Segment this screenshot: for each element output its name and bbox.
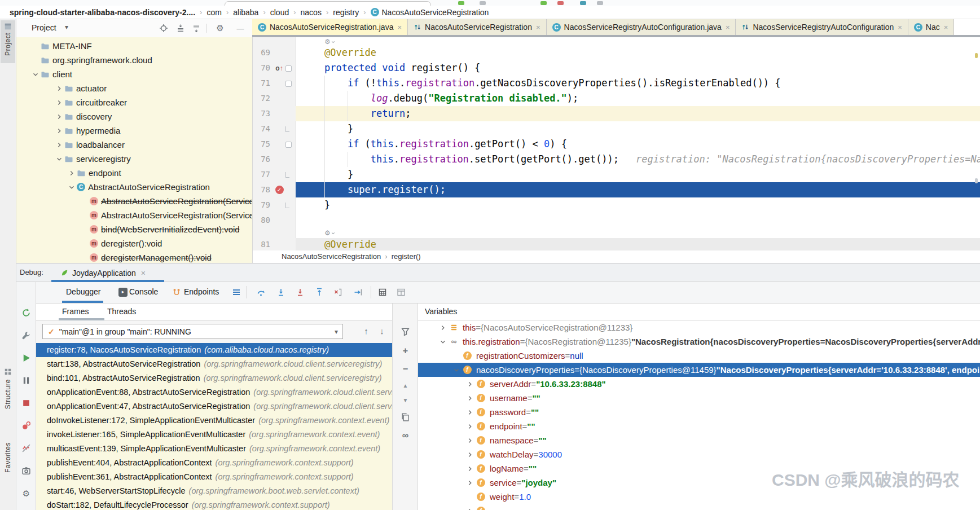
tool-window-button-project[interactable]: Project	[1, 20, 15, 63]
resume-icon[interactable]	[21, 353, 31, 363]
breadcrumb-item[interactable]: registry	[333, 8, 359, 17]
breadcrumb-item[interactable]: com	[206, 8, 221, 17]
force-step-into-icon[interactable]	[296, 288, 305, 297]
variable-row-partial[interactable]: f	[418, 504, 980, 510]
expand-all-icon[interactable]	[176, 24, 185, 33]
settings-icon[interactable]: ⚙	[216, 24, 225, 33]
gutter-marker-slot[interactable]	[274, 106, 284, 121]
chevron-right-icon[interactable]	[465, 422, 475, 431]
gutter-marker-slot[interactable]	[274, 121, 284, 137]
tool-window-button-favorites[interactable]: Favorites	[4, 442, 12, 473]
variable-row-this[interactable]: this = {NacosAutoServiceRegistration@112…	[418, 320, 980, 335]
stack-frame-8[interactable]: publishEvent:404, AbstractApplicationCon…	[36, 456, 392, 470]
chevron-down-icon[interactable]	[451, 366, 462, 375]
gutter-marker-slot[interactable]	[274, 152, 284, 167]
variable-row-this.registration[interactable]: ∞this.registration = {NacosRegistration@…	[418, 335, 980, 349]
line-number[interactable]: 73	[253, 106, 270, 121]
gutter-marker-slot[interactable]: o↑	[274, 60, 284, 76]
stack-frame-10[interactable]: start:46, WebServerStartStopLifecycle(or…	[36, 484, 392, 498]
tree-item-bind-webserverinitializedevent-void[interactable]: mbind(WebServerInitializedEvent):void	[16, 222, 252, 236]
line-number[interactable]: 72	[253, 91, 270, 106]
tree-item-hypermedia[interactable]: hypermedia	[16, 124, 252, 138]
fold-marker[interactable]	[285, 65, 292, 72]
chevron-right-icon[interactable]	[465, 436, 475, 445]
variable-row-endpoint[interactable]: fendpoint = ""	[418, 419, 980, 433]
stack-frame-11[interactable]: doStart:182, DefaultLifecycleProcessor(o…	[36, 498, 392, 510]
stack-frame-5[interactable]: doInvokeListener:172, SimpleApplicationE…	[36, 414, 392, 428]
chevron-down-icon[interactable]	[67, 183, 77, 192]
gutter-marker-slot[interactable]	[274, 213, 284, 228]
breadcrumb-class[interactable]: NacosAutoServiceRegistration	[282, 252, 381, 261]
chevron-right-icon[interactable]	[465, 478, 475, 487]
structure-icon[interactable]	[3, 367, 12, 376]
thread-dump-icon[interactable]	[21, 466, 31, 476]
evaluate-expression-icon[interactable]	[378, 288, 387, 297]
breadcrumb-item[interactable]: cloud	[270, 8, 289, 17]
tree-item-abstractautoserviceregistration-servicereg[interactable]: mAbstractAutoServiceRegistration(Service…	[16, 208, 252, 222]
tree-item-deregistermanagement-void[interactable]: mderegisterManagement():void	[16, 250, 252, 263]
settings-icon[interactable]: ⚙	[21, 489, 31, 498]
tree-item-actuator[interactable]: actuator	[16, 81, 252, 95]
chevron-right-icon[interactable]	[465, 380, 475, 389]
gutter-marker-slot[interactable]	[274, 167, 284, 182]
chevron-down-icon[interactable]	[54, 155, 64, 164]
code-line-73[interactable]: 73 return;	[253, 106, 980, 121]
stack-frame-3[interactable]: onApplicationEvent:88, AbstractAutoServi…	[36, 385, 392, 399]
line-number[interactable]: 69	[253, 45, 270, 60]
breadcrumb-item[interactable]: nacos	[301, 8, 322, 17]
chevron-right-icon[interactable]	[465, 408, 475, 417]
gutter-marker-slot[interactable]	[274, 76, 284, 91]
fold-marker[interactable]	[285, 142, 292, 148]
breadcrumb-method[interactable]: register()	[392, 252, 421, 261]
step-out-icon[interactable]	[315, 288, 324, 297]
project-panel-title[interactable]: Project	[32, 23, 56, 32]
line-number[interactable]: 78	[253, 182, 270, 197]
stack-frame-9[interactable]: publishEvent:361, AbstractApplicationCon…	[36, 470, 392, 484]
hide-icon[interactable]: —	[236, 24, 245, 33]
line-number[interactable]: 80	[253, 213, 270, 228]
fold-marker[interactable]	[285, 203, 289, 208]
variable-row-username[interactable]: fusername = ""	[418, 391, 980, 405]
chevron-right-icon[interactable]	[465, 450, 475, 459]
chevron-down-icon[interactable]: ▾	[65, 23, 68, 31]
line-number[interactable]: 75	[253, 137, 270, 152]
line-number[interactable]: 74	[253, 121, 270, 137]
tree-item-endpoint[interactable]: endpoint	[16, 166, 252, 180]
stack-frame-4[interactable]: onApplicationEvent:47, AbstractAutoServi…	[36, 399, 392, 414]
code-line-79[interactable]: 79 }	[253, 197, 980, 213]
variable-row-weight[interactable]: fweight = 1.0	[418, 490, 980, 504]
variable-row-watchDelay[interactable]: fwatchDelay = 30000	[418, 447, 980, 461]
tree-item-meta-inf[interactable]: META-INF	[16, 39, 252, 53]
editor-tab-0[interactable]: CNacosAutoServiceRegistration.java×	[252, 19, 408, 35]
line-number[interactable]: 81	[253, 238, 270, 250]
pause-icon[interactable]	[21, 376, 31, 385]
editor-tab-3[interactable]: NacosServiceRegistryAutoConfiguration×	[736, 19, 908, 35]
variable-row-registrationCustomizers[interactable]: fregistrationCustomizers = null	[418, 349, 980, 363]
breadcrumb-item[interactable]: spring-cloud-starter-alibaba-nacos-disco…	[10, 8, 195, 17]
drop-frame-icon[interactable]	[333, 288, 342, 297]
chevron-right-icon[interactable]	[465, 464, 475, 473]
tree-item-abstractautoserviceregistration-servicereg[interactable]: mAbstractAutoServiceRegistration(Service…	[16, 194, 252, 208]
tree-item-serviceregistry[interactable]: serviceregistry	[16, 152, 252, 166]
debug-view-tab-console[interactable]: Console	[129, 287, 158, 296]
close-icon[interactable]: ×	[397, 23, 402, 32]
fold-marker[interactable]	[285, 81, 292, 87]
stack-frame-1[interactable]: start:138, AbstractAutoServiceRegistrati…	[36, 357, 392, 371]
stack-frame-0[interactable]: register:78, NacosAutoServiceRegistratio…	[36, 343, 392, 357]
show-watches-icon[interactable]: ∞	[401, 430, 410, 440]
inlay-settings-icon[interactable]: ⚙	[324, 229, 336, 237]
run-to-cursor-icon[interactable]	[354, 288, 363, 297]
stack-frame-6[interactable]: invokeListener:165, SimpleApplicationEve…	[36, 428, 392, 442]
code-editor[interactable]: ⚙69 @Override70o↑ protected void registe…	[252, 37, 980, 263]
thread-selector-dropdown[interactable]: ✓ "main"@1 in group "main": RUNNING ▾	[42, 324, 343, 339]
tree-item-circuitbreaker[interactable]: circuitbreaker	[16, 95, 252, 109]
variable-row-nacosDiscoveryProperties[interactable]: fnacosDiscoveryProperties = {NacosDiscov…	[418, 363, 980, 377]
variable-row-password[interactable]: fpassword = ""	[418, 405, 980, 419]
tree-item-org-springframework-cloud[interactable]: org.springframework.cloud	[16, 53, 252, 67]
close-icon[interactable]: ×	[141, 269, 146, 278]
fold-marker[interactable]	[285, 126, 289, 132]
close-icon[interactable]: ×	[898, 23, 902, 32]
select-opened-file-icon[interactable]	[159, 24, 168, 33]
scroll-down-icon[interactable]: ▼	[401, 395, 410, 405]
gutter-marker-slot[interactable]	[274, 91, 284, 106]
